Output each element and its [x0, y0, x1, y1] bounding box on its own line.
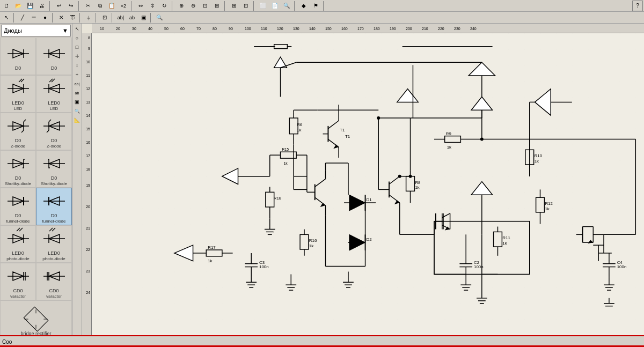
sep-t2: [52, 13, 54, 23]
circle-draw-tool[interactable]: ○: [73, 34, 82, 42]
ruler-v-tick: 9: [88, 47, 90, 50]
net-label-tool[interactable]: ⏁: [67, 12, 78, 23]
zoom-page-button[interactable]: 📄: [269, 1, 280, 11]
component-dropdown[interactable]: Диоды ▼: [1, 25, 71, 36]
zoom-rect-button[interactable]: ⬜: [258, 1, 268, 11]
ruler-tick: 230: [454, 27, 460, 31]
add-component-tool[interactable]: ⊡: [99, 12, 110, 23]
zoom-in-button[interactable]: ⊕: [176, 1, 187, 11]
component-tunnel[interactable]: D0tunnel-diode: [0, 188, 36, 225]
svg-line-27: [47, 130, 49, 132]
power-tool[interactable]: ⏚: [83, 12, 94, 23]
component-led[interactable]: LED0LED: [0, 75, 36, 113]
svg-line-26: [49, 120, 51, 122]
image-rt-tool[interactable]: ▣: [73, 98, 82, 106]
ruler-v-tick: 10: [86, 60, 90, 64]
text-tool2[interactable]: ab: [127, 12, 137, 23]
ruler-v-tick: 24: [86, 291, 90, 294]
plus-tool[interactable]: +: [73, 70, 82, 79]
new-button[interactable]: 🗋: [1, 1, 12, 11]
component-bridge[interactable]: bridge rectifier: [0, 300, 72, 335]
zoom-out-button[interactable]: ⊖: [188, 1, 199, 11]
no-connect-tool[interactable]: ✕: [56, 12, 67, 23]
zoom-fit-button[interactable]: ⊡: [200, 1, 210, 11]
ruler-tick: 30: [132, 27, 136, 31]
grid-button[interactable]: ⊞: [229, 1, 239, 11]
tunnel-label: D0tunnel-diode: [6, 213, 30, 224]
snap-button[interactable]: ⊡: [240, 1, 251, 11]
component-varactor-alt[interactable]: CD0varactor: [36, 263, 72, 300]
varactor-alt-symbol: [41, 265, 68, 287]
zoom-sel2-button[interactable]: 🔍: [281, 1, 292, 11]
move-tool[interactable]: ↕: [73, 61, 82, 70]
component-diode-alt[interactable]: D0: [36, 38, 72, 75]
canvas-area[interactable]: 10 20 30 40 50 60 70 80 90 100 110 120 1…: [82, 24, 644, 335]
component-zdiode-alt[interactable]: D0Z-diode: [36, 113, 72, 150]
component-schottky[interactable]: D0Shottky-diode: [0, 150, 36, 188]
varactor-alt-label: CD0varactor: [46, 288, 62, 299]
ruler-tick: 180: [374, 27, 380, 31]
sep7: [294, 1, 296, 11]
bus-tool[interactable]: ═: [28, 12, 39, 23]
rect-draw-tool[interactable]: □: [73, 43, 82, 51]
arrow-tool[interactable]: ↖: [73, 25, 82, 33]
zoom-rt-tool[interactable]: 🔍: [73, 107, 82, 115]
component-varactor[interactable]: CD0varactor: [0, 263, 36, 300]
sep2: [78, 1, 80, 11]
flag-button[interactable]: ⚑: [310, 1, 321, 11]
component-photo[interactable]: LED0photo-diode: [0, 225, 36, 263]
mirror-v-button[interactable]: ⇕: [147, 1, 158, 11]
component-tunnel-selected[interactable]: D0tunnel-diode: [36, 188, 72, 225]
ruler-tick: 70: [196, 27, 201, 31]
paste-button[interactable]: 📋: [106, 1, 117, 11]
ruler-v-tick: 12: [86, 87, 90, 91]
schematic-canvas[interactable]: R6 1k T1 R15 1k: [92, 33, 644, 335]
image-insert-tool[interactable]: ▣: [138, 12, 149, 23]
magnify-tool[interactable]: 🔍: [154, 12, 165, 23]
wire-tool[interactable]: ╱: [17, 12, 28, 23]
open-button[interactable]: 📂: [13, 1, 24, 11]
svg-text:R15: R15: [282, 147, 289, 151]
mirror-h-button[interactable]: ⇔: [135, 1, 146, 11]
ruler-tick: 100: [245, 27, 251, 31]
diode-alt-label: D0: [51, 65, 57, 71]
redo-button[interactable]: ↪: [65, 1, 76, 11]
copy-button[interactable]: ⧉: [94, 1, 105, 11]
component-photo-alt[interactable]: LED0photo-diode: [36, 225, 72, 263]
ruler-tick: 10: [100, 27, 104, 31]
sep-t6: [150, 13, 152, 23]
rotate-button[interactable]: ↻: [159, 1, 170, 11]
mark-button[interactable]: ◆: [298, 1, 309, 11]
tunnel-selected-symbol: [41, 190, 68, 212]
measure-tool[interactable]: 📐: [73, 116, 82, 124]
svg-text:1k: 1k: [415, 185, 419, 190]
text-tool[interactable]: ab|: [115, 12, 126, 23]
text-label-tool[interactable]: ab|: [73, 79, 82, 88]
print-button[interactable]: 🖨: [36, 1, 47, 11]
component-zdiode[interactable]: D0Z-diode: [0, 113, 36, 150]
ruler-tick: 80: [213, 27, 217, 31]
junction-tool[interactable]: ●: [40, 12, 50, 23]
text-plain-tool[interactable]: ab: [73, 88, 82, 97]
crosshair-tool[interactable]: ✛: [73, 52, 82, 61]
x2-button[interactable]: ×2: [118, 1, 129, 11]
ruler-v-tick: 13: [86, 100, 90, 104]
component-led-alt[interactable]: LED0LED: [36, 75, 72, 113]
svg-point-238: [377, 116, 380, 120]
undo-button[interactable]: ↩: [54, 1, 64, 11]
svg-point-237: [480, 138, 484, 141]
ruler-v-tick: 20: [86, 205, 90, 209]
component-diode-basic[interactable]: D0: [0, 38, 36, 75]
help-button[interactable]: ?: [632, 1, 643, 11]
select-tool[interactable]: ↖: [1, 12, 12, 23]
cut-button[interactable]: ✂: [83, 1, 93, 11]
save-button[interactable]: 💾: [25, 1, 35, 11]
zoom-sel-button[interactable]: ⊞: [211, 1, 222, 11]
photo-label: LED0photo-diode: [6, 250, 29, 261]
svg-point-236: [398, 175, 401, 178]
svg-text:1k: 1k: [535, 159, 539, 164]
zdiode-symbol: [5, 115, 32, 137]
right-tools-panel: ↖ ○ □ ✛ ↕ + ab| ab ▣ 🔍 📐: [72, 24, 82, 335]
component-schottky-alt[interactable]: D0Shottky-diode: [36, 150, 72, 188]
toolbar1: 🗋 📂 💾 🖨 ↩ ↪ ✂ ⧉ 📋 ×2 ⇔ ⇕ ↻ ⊕ ⊖ ⊡ ⊞ ⊞ ⊡ ⬜…: [0, 0, 644, 12]
